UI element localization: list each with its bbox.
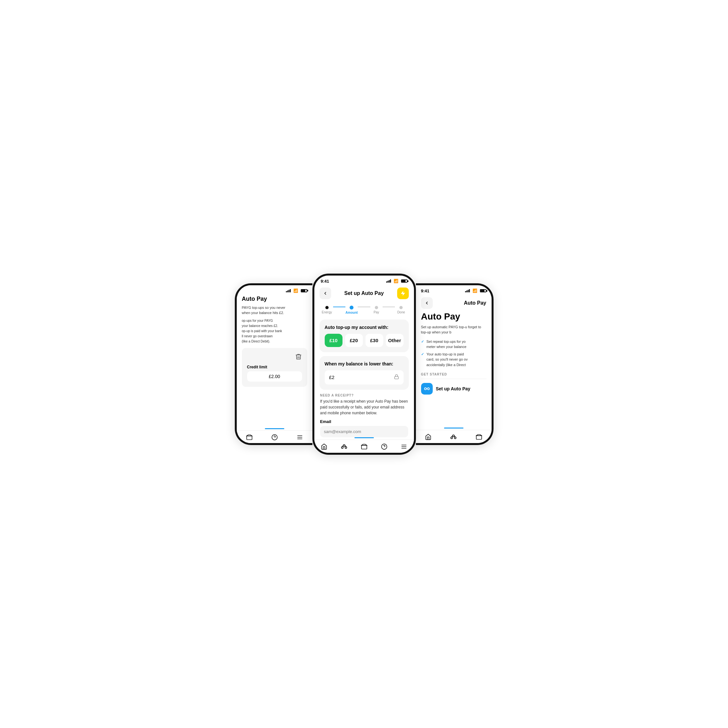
step-line-1 <box>333 307 346 307</box>
right-nav-title: Auto Pay <box>464 300 486 306</box>
svg-line-20 <box>452 436 453 437</box>
lightning-button[interactable] <box>397 288 409 299</box>
left-list3: op-up is paid with your bank <box>242 329 307 334</box>
checkmark-2: ✓ <box>421 352 424 368</box>
get-started-label: GET STARTED <box>421 373 486 376</box>
email-input[interactable] <box>320 426 408 437</box>
infinity-icon <box>421 383 433 395</box>
progress-bar: Energy Amount Pay Done <box>314 302 414 317</box>
svg-rect-12 <box>362 445 367 449</box>
svg-point-8 <box>341 447 343 448</box>
right-back-button[interactable] <box>421 297 433 309</box>
center-nav-home[interactable] <box>321 444 327 450</box>
right-big-title: Auto Pay <box>421 312 486 322</box>
checkmark-1: ✓ <box>421 339 424 350</box>
svg-point-7 <box>343 444 346 446</box>
center-nav-menu[interactable] <box>401 444 407 450</box>
left-list4: ll never go overdrawn <box>242 334 307 339</box>
step-energy: Energy <box>321 306 333 314</box>
svg-point-9 <box>345 447 347 448</box>
left-desc2: when your balance hits £2. <box>242 310 307 316</box>
left-page-title: Auto Pay <box>242 295 267 302</box>
left-nav-help[interactable] <box>271 434 278 440</box>
right-nav-home[interactable] <box>425 434 431 440</box>
right-nav-activity[interactable] <box>450 433 457 440</box>
amount-30[interactable]: £30 <box>366 334 383 347</box>
check-item-2: ✓ Your auto top-up is paid card, so you'… <box>421 352 486 368</box>
center-nav-payment[interactable] <box>361 444 367 450</box>
right-content: Auto Pay Set up automatic PAYG top-u for… <box>416 312 492 428</box>
step-line-2 <box>358 307 370 307</box>
left-list5: (like a Direct Debit). <box>242 339 307 344</box>
center-time: 9:41 <box>321 279 329 284</box>
svg-point-19 <box>454 437 456 439</box>
email-label: Email <box>320 419 408 424</box>
svg-point-18 <box>451 437 453 439</box>
svg-line-10 <box>343 445 343 447</box>
lock-icon <box>394 374 399 381</box>
svg-point-17 <box>453 435 455 437</box>
center-content: Auto top-up my account with: £10 £20 £30… <box>314 317 414 437</box>
balance-input-row: £2 <box>325 370 404 385</box>
center-phone: 9:41 📶 <box>312 274 416 455</box>
step-amount: Amount <box>346 306 358 314</box>
svg-rect-22 <box>476 435 482 439</box>
step-amount-label: Amount <box>346 311 358 314</box>
svg-line-21 <box>454 436 455 437</box>
amount-other[interactable]: Other <box>386 334 404 347</box>
left-bottom-nav <box>237 430 312 443</box>
center-bottom-nav <box>314 439 414 453</box>
topup-title: Auto top-up my account with: <box>325 325 404 330</box>
balance-value: £2 <box>329 375 335 380</box>
left-desc1: PAYG top-ups so you never <box>242 305 307 310</box>
setup-autopay-button[interactable]: Set up Auto Pay <box>421 383 486 395</box>
check-text-1: Set repeat top-ups for yo meter when you… <box>427 339 467 350</box>
step-done: Done <box>395 306 407 314</box>
amount-20[interactable]: £20 <box>345 334 363 347</box>
credit-card: Credit limit £2.00 <box>242 348 307 387</box>
left-phone: 📶 Auto Pay PAYG top-ups so you never whe… <box>235 283 312 445</box>
amount-10[interactable]: £10 <box>325 334 343 347</box>
svg-marker-5 <box>401 291 405 295</box>
center-nav-activity[interactable] <box>341 443 348 450</box>
step-done-label: Done <box>397 310 405 314</box>
step-pay-label: Pay <box>373 310 379 314</box>
right-desc: Set up automatic PAYG top-u forget to to… <box>421 324 486 335</box>
amount-options: £10 £20 £30 Other <box>325 334 404 347</box>
trash-icon[interactable] <box>295 353 302 362</box>
right-phone: 9:41 📶 <box>416 283 494 445</box>
setup-btn-label: Set up Auto Pay <box>436 386 471 392</box>
svg-rect-6 <box>395 376 398 379</box>
topup-card: Auto top-up my account with: £10 £20 £30… <box>320 320 409 352</box>
right-bottom-nav <box>416 430 492 443</box>
left-nav-payment[interactable] <box>246 434 252 440</box>
balance-card: When my balance is lower than: £2 <box>320 356 409 390</box>
check-list: ✓ Set repeat top-ups for yo meter when y… <box>421 339 486 368</box>
left-content: PAYG top-ups so you never when your bala… <box>237 305 312 428</box>
receipt-label: NEED A RECEIPT? <box>320 394 408 397</box>
right-time: 9:41 <box>421 289 430 293</box>
left-nav-menu[interactable] <box>297 434 303 440</box>
left-list2: your balance reaches £2. <box>242 323 307 329</box>
credit-limit-label: Credit limit <box>247 365 302 369</box>
credit-value: £2.00 <box>247 371 302 382</box>
step-pay: Pay <box>370 306 382 314</box>
receipt-section: NEED A RECEIPT? If you'd like a receipt … <box>320 394 409 437</box>
check-text-2: Your auto top-up is paid card, so you'll… <box>427 352 468 368</box>
step-line-3 <box>382 307 395 307</box>
step-energy-label: Energy <box>322 310 332 314</box>
right-nav-payment[interactable] <box>476 434 482 440</box>
check-item-1: ✓ Set repeat top-ups for yo meter when y… <box>421 339 486 350</box>
svg-rect-0 <box>246 436 252 439</box>
center-nav-title: Set up Auto Pay <box>344 291 384 296</box>
center-nav-help[interactable] <box>381 444 387 450</box>
center-back-button[interactable] <box>320 288 331 299</box>
left-list1: op-ups for your PAYG <box>242 318 307 323</box>
balance-title: When my balance is lower than: <box>325 361 404 366</box>
svg-line-11 <box>345 445 346 447</box>
receipt-desc: If you'd like a receipt when your Auto P… <box>320 398 408 416</box>
